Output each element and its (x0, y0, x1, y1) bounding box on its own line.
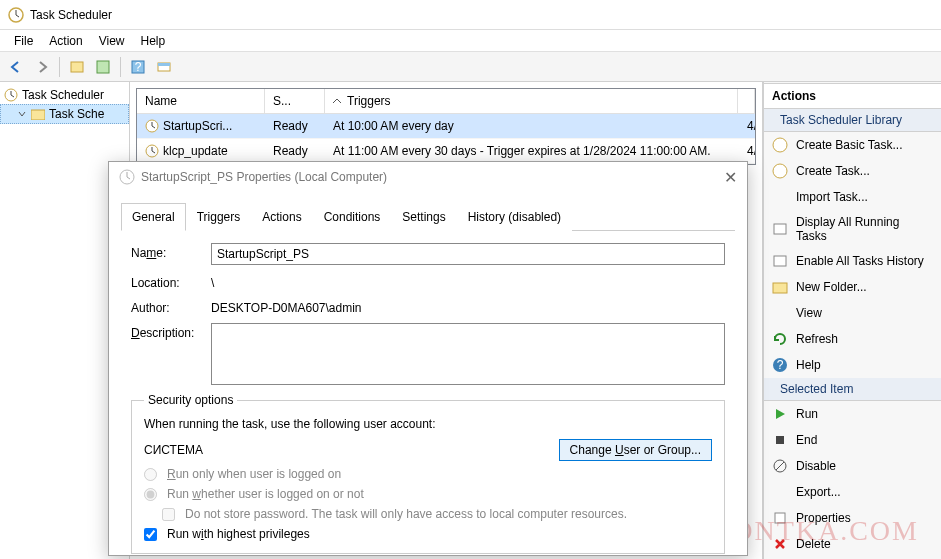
create-task-icon (772, 163, 788, 179)
action-label: End (796, 433, 817, 447)
view-icon (772, 305, 788, 321)
tab-history[interactable]: History (disabled) (457, 203, 572, 231)
action-label: Run (796, 407, 818, 421)
action-label: Disable (796, 459, 836, 473)
change-user-button[interactable]: Change User or Group... (559, 439, 712, 461)
task-name: klcp_update (163, 144, 228, 158)
tree-root[interactable]: Task Scheduler (0, 86, 129, 104)
tab-actions[interactable]: Actions (251, 203, 312, 231)
svg-point-19 (773, 138, 787, 152)
export-icon (772, 484, 788, 500)
menu-bar: File Action View Help (0, 30, 941, 52)
help-icon: ? (772, 357, 788, 373)
tree-library[interactable]: Task Sche (0, 104, 129, 124)
action-disable[interactable]: Disable (764, 453, 941, 479)
task-scheduler-icon (4, 88, 18, 102)
name-input[interactable] (211, 243, 725, 265)
action-label: Create Task... (796, 164, 870, 178)
task-status: Ready (265, 116, 325, 136)
menu-view[interactable]: View (91, 31, 133, 51)
dialog-body: General Triggers Actions Conditions Sett… (109, 192, 747, 559)
action-label: New Folder... (796, 280, 867, 294)
action-refresh[interactable]: Refresh (764, 326, 941, 352)
author-value: DESKTOP-D0MA607\admin (211, 298, 362, 315)
task-name: StartupScri... (163, 119, 232, 133)
action-export[interactable]: Export... (764, 479, 941, 505)
action-label: Help (796, 358, 821, 372)
location-value: \ (211, 273, 214, 290)
toolbar-extra-button[interactable] (152, 55, 176, 79)
action-new-folder[interactable]: New Folder... (764, 274, 941, 300)
svg-point-20 (773, 164, 787, 178)
tab-general[interactable]: General (121, 203, 186, 231)
name-label: Name: (131, 243, 211, 260)
task-list-header: Name S... Triggers (137, 89, 755, 114)
col-triggers[interactable]: Triggers (325, 89, 738, 113)
tab-conditions[interactable]: Conditions (313, 203, 392, 231)
security-legend: Security options (144, 393, 237, 407)
back-button[interactable] (4, 55, 28, 79)
history-icon (772, 253, 788, 269)
menu-action[interactable]: Action (41, 31, 90, 51)
description-input[interactable] (211, 323, 725, 385)
svg-rect-8 (158, 63, 170, 66)
action-label: Refresh (796, 332, 838, 346)
action-enable-history[interactable]: Enable All Tasks History (764, 248, 941, 274)
tab-triggers[interactable]: Triggers (186, 203, 252, 231)
action-import[interactable]: Import Task... (764, 184, 941, 210)
actions-pane: Actions Task Scheduler Library Create Ba… (763, 82, 941, 559)
up-button[interactable] (65, 55, 89, 79)
no-store-label: Do not store password. The task will onl… (185, 507, 627, 521)
svg-rect-26 (776, 436, 784, 444)
action-view[interactable]: View (764, 300, 941, 326)
no-store-checkbox (162, 508, 175, 521)
highest-priv-checkbox[interactable] (144, 528, 157, 541)
action-properties[interactable]: Properties (764, 505, 941, 531)
tree-root-label: Task Scheduler (22, 88, 104, 102)
author-label: Author: (131, 298, 211, 315)
create-basic-icon (772, 137, 788, 153)
run-logged-label: Run only when user is logged on (167, 467, 341, 481)
col-extra[interactable] (738, 89, 755, 113)
col-status[interactable]: S... (265, 89, 325, 113)
svg-rect-4 (97, 61, 109, 73)
menu-file[interactable]: File (6, 31, 41, 51)
action-display-running[interactable]: Display All Running Tasks (764, 210, 941, 248)
help-button[interactable]: ? (126, 55, 150, 79)
security-running-label: When running the task, use the following… (144, 417, 712, 431)
import-icon (772, 189, 788, 205)
task-status: Ready (265, 141, 325, 161)
clock-icon (145, 119, 159, 133)
actions-header: Actions (764, 83, 941, 109)
dialog-title: StartupScript_PS Properties (Local Compu… (141, 170, 387, 184)
properties-icon (772, 510, 788, 526)
title-bar: Task Scheduler (0, 0, 941, 30)
properties-button[interactable] (91, 55, 115, 79)
forward-button[interactable] (30, 55, 54, 79)
action-create-basic[interactable]: Create Basic Task... (764, 132, 941, 158)
chevron-down-icon (17, 109, 27, 119)
menu-help[interactable]: Help (133, 31, 174, 51)
run-icon (772, 406, 788, 422)
action-end[interactable]: End (764, 427, 941, 453)
folder-icon (31, 108, 45, 120)
task-row[interactable]: StartupScri... Ready At 10:00 AM every d… (137, 114, 755, 139)
col-name[interactable]: Name (137, 89, 265, 113)
action-create-task[interactable]: Create Task... (764, 158, 941, 184)
task-scheduler-icon (8, 7, 24, 23)
svg-text:?: ? (135, 60, 142, 74)
col-triggers-label: Triggers (347, 94, 391, 108)
action-run[interactable]: Run (764, 401, 941, 427)
running-tasks-icon (772, 221, 788, 237)
action-label: Import Task... (796, 190, 868, 204)
svg-rect-23 (773, 283, 787, 293)
action-label: Properties (796, 511, 851, 525)
svg-rect-12 (31, 110, 45, 120)
window-title: Task Scheduler (30, 8, 112, 22)
action-delete[interactable]: Delete (764, 531, 941, 557)
sort-arrow-icon (333, 97, 341, 105)
close-icon[interactable]: ✕ (724, 168, 737, 187)
action-help[interactable]: ?Help (764, 352, 941, 378)
action-label: Display All Running Tasks (796, 215, 933, 243)
tab-settings[interactable]: Settings (391, 203, 456, 231)
